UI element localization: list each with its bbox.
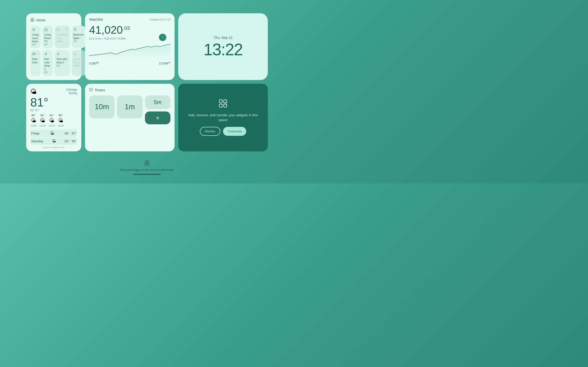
watchlist-header: Watchlist Updated 13:21: [89, 17, 170, 21]
forecast-friday: Friday 🌤 80° 67°: [30, 130, 77, 137]
timer-col-3: 5m +: [145, 95, 170, 124]
hourly-sun-icon-3: 🌤: [49, 118, 54, 124]
timer-1m-value: 1m: [125, 102, 135, 111]
svg-line-3: [33, 29, 33, 29]
hue-lamp3-status: Off: [57, 65, 60, 67]
hourly-item-2: 81° 🌤 14:00: [40, 114, 46, 127]
candle-icon: [73, 52, 77, 56]
svg-line-11: [57, 29, 59, 31]
stock-chart: [89, 42, 170, 60]
home-header: Home: [30, 17, 77, 23]
dismiss-button[interactable]: Dismiss: [200, 127, 221, 136]
living-room-tv-name: Living Room TV: [44, 33, 51, 43]
watchlist-title: Watchlist: [89, 17, 103, 21]
timer-10m[interactable]: 10m: [89, 95, 115, 118]
bedroom-lights-name: Bedroom lights: [73, 33, 84, 40]
bulb-icon: [32, 28, 35, 32]
clock-date: Thu, Sep 12: [214, 35, 233, 40]
living-room-more-icon: ›: [83, 52, 84, 55]
svg-rect-26: [224, 100, 227, 103]
weather-temp-main: 81°: [30, 96, 77, 108]
timer-5m[interactable]: 5m: [145, 95, 170, 109]
timer-icon: [89, 88, 93, 92]
nest-cam-name: Nest Cam: [32, 57, 39, 64]
weather-condition: Sunny: [66, 91, 77, 95]
watchlist-widget: Watchlist Updated 13:21 41,020.03 Dow Jo…: [85, 13, 174, 80]
saturday-sun-icon: 🌤: [52, 139, 56, 144]
sub-value-1: 5,59385: [89, 61, 99, 65]
timer-1m[interactable]: 1m: [117, 95, 142, 118]
stock-up-button[interactable]: ↑: [159, 34, 166, 41]
home-widget: Home Living room lamp Off: [26, 13, 81, 80]
home-title: Home: [36, 18, 45, 22]
living-room-lamp-status: Off: [32, 43, 35, 46]
home-icon: [30, 17, 35, 23]
friday-sun-icon: 🌤: [50, 131, 54, 136]
hue-lamp1-status: Off: [44, 71, 47, 74]
svg-rect-25: [219, 100, 222, 103]
customize-widget-icon: [219, 99, 227, 109]
tv-icon: [44, 28, 48, 32]
watchlist-sub-values: 5,59385 17,58407: [89, 61, 170, 65]
home-item-christmas-tree[interactable]: Christmas Tree Offline: [55, 26, 70, 48]
timer-add-button[interactable]: +: [145, 111, 170, 124]
svg-line-4: [35, 31, 35, 31]
timers-grid: 10m 1m 5m +: [89, 95, 170, 124]
christmas-tree-status: Offline: [57, 40, 63, 43]
weather-top: 🌤 Chicago Sunny: [30, 88, 77, 95]
camera-icon: [32, 52, 35, 56]
svg-rect-28: [224, 104, 227, 107]
svg-rect-27: [219, 104, 222, 107]
customize-buttons: Dismiss Customize: [200, 127, 246, 136]
bedroom-lights-icon: [73, 28, 77, 32]
home-item-bedroom-lights[interactable]: › Bedroom lights Off: [72, 26, 86, 48]
christmas-tree-name: Christmas Tree: [57, 33, 68, 40]
clock-widget: Thu, Sep 12 13:22: [178, 13, 268, 80]
living-room-offline-name: Living Room: [73, 57, 84, 64]
home-item-hue-lamp-1[interactable]: Hue color lamp 1 Off: [43, 50, 53, 76]
timers-header: Timers: [89, 88, 170, 92]
warning-icon: [65, 27, 68, 31]
weather-city: Chicago: [66, 88, 77, 91]
bedroom-lights-status: Off: [73, 40, 77, 43]
hourly-sun-icon-2: 🌤: [40, 118, 45, 124]
weather-widget: 🌤 Chicago Sunny 81° 82° 67° 80° 🌤 13:00 …: [26, 84, 81, 151]
home-item-living-room-tv[interactable]: Living Room TV Off: [43, 26, 53, 48]
sub-value-2: 17,58407: [159, 61, 170, 65]
timer-5m-value: 5m: [154, 99, 162, 106]
customize-button[interactable]: Customize: [223, 127, 246, 136]
weather-source: Source: weather.com: [30, 146, 77, 149]
bottom-section: Keep your finger on the sensor a little …: [120, 160, 174, 175]
hourly-sun-icon-4: 🌤: [58, 118, 63, 124]
home-item-nest-cam[interactable]: › Nest Cam: [30, 50, 41, 76]
stock-label: Dow Jones • INDEXDJX +0.39%: [89, 37, 130, 40]
svg-point-15: [45, 53, 47, 55]
weather-hourly: 80° 🌤 13:00 81° 🌤 14:00 81° 🌤 15:00 80° …: [30, 114, 77, 127]
customize-widget: Add, remove, and reorder your widgets in…: [178, 84, 268, 151]
nest-more-icon: ›: [38, 52, 39, 55]
hourly-item-4: 80° 🌤 16:00: [58, 114, 64, 127]
living-room-tv-status: Off: [44, 43, 47, 46]
offline-icon: [57, 28, 60, 32]
hourly-item-3: 81° 🌤 15:00: [48, 114, 55, 127]
home-item-hue-lamp-3[interactable]: Hue color lamp 3 Off: [55, 50, 70, 76]
home-item-living-room-lamp[interactable]: Living room lamp Off: [30, 26, 41, 48]
hue-lamp3-name: Hue color lamp 3: [57, 57, 68, 64]
stock-value: 41,020.03: [89, 24, 130, 36]
timer-col-2: 1m: [117, 95, 142, 124]
timers-widget: Timers 10m 1m 5m +: [85, 84, 174, 151]
home-item-living-room-offline[interactable]: › Living Room Offline: [72, 50, 86, 76]
timers-title: Timers: [95, 88, 105, 92]
svg-line-18: [45, 53, 45, 53]
svg-rect-14: [32, 53, 35, 55]
clock-time: 13:22: [204, 41, 242, 58]
home-items-grid: Living room lamp Off Living Room TV Off: [30, 26, 77, 76]
hue-lamp1-icon: [44, 52, 48, 56]
hue-lamp3-icon: [57, 52, 60, 56]
svg-line-7: [33, 31, 33, 31]
svg-point-32: [147, 163, 147, 164]
lock-icon: [145, 160, 149, 167]
weather-hi-lo: 82° 67°: [30, 109, 77, 112]
svg-rect-9: [44, 29, 47, 31]
hue-lamp1-name: Hue color lamp 1: [44, 57, 51, 70]
